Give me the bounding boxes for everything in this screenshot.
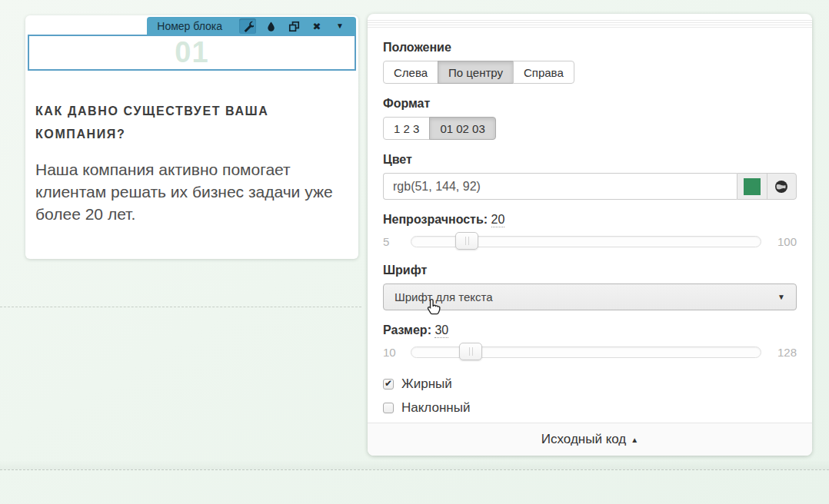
opacity-slider[interactable]	[411, 236, 761, 247]
style-droplet-button[interactable]	[262, 18, 279, 34]
opacity-value[interactable]: 20	[491, 213, 505, 227]
block-paragraph[interactable]: Наша компания активно помогает клиентам …	[35, 158, 348, 225]
bottom-shadow	[0, 460, 829, 469]
position-left-button[interactable]: Слева	[383, 61, 438, 84]
format-123-button[interactable]: 1 2 3	[383, 117, 430, 140]
close-icon: ✖	[313, 22, 321, 32]
color-addon	[737, 173, 797, 200]
size-max-label: 128	[766, 346, 797, 359]
block-menu-button[interactable]: ▼	[331, 18, 348, 34]
size-label: Размер	[383, 323, 428, 337]
color-input[interactable]	[383, 173, 737, 200]
opacity-label: Непрозрачность	[383, 213, 484, 226]
size-min-label: 10	[383, 346, 406, 359]
section-divider-left	[0, 307, 361, 307]
duplicate-button[interactable]	[285, 18, 302, 34]
droplet-icon	[266, 21, 276, 32]
chevron-up-icon: ▲	[631, 436, 638, 444]
color-globe-button[interactable]	[767, 174, 797, 199]
size-value[interactable]: 30	[434, 323, 448, 338]
size-slider-row: 10 128	[383, 343, 797, 361]
source-code-label: Исходный код	[541, 432, 626, 447]
opacity-max-label: 100	[766, 235, 797, 248]
globe-icon	[774, 180, 788, 194]
position-center-button[interactable]: По центру	[438, 61, 514, 84]
settings-panel: Положение Слева По центру Справа Формат …	[368, 14, 812, 456]
opacity-label-row: Непрозрачность: 20	[383, 213, 797, 227]
chevron-down-icon: ▼	[777, 293, 785, 301]
size-slider[interactable]	[411, 346, 761, 358]
position-right-button[interactable]: Справа	[513, 61, 574, 84]
size-slider-handle[interactable]	[459, 343, 482, 360]
chevron-down-icon: ▼	[336, 22, 344, 30]
size-label-row: Размер: 30	[383, 323, 797, 337]
block-toolbar: Номер блока ✖ ▼	[147, 17, 356, 35]
wrench-icon	[242, 21, 254, 32]
settings-wrench-button[interactable]	[239, 18, 256, 34]
block-number-box[interactable]: 01	[28, 35, 356, 71]
opacity-slider-handle[interactable]	[455, 232, 478, 250]
block-toolbar-title: Номер блока	[157, 20, 222, 32]
block-number: 01	[175, 36, 208, 69]
check-icon: ✔	[385, 379, 392, 388]
color-row	[383, 173, 797, 200]
italic-checkbox-row[interactable]: ✔ Наклонный	[383, 401, 797, 414]
block-preview-card: Номер блока ✖ ▼ 01 КАК ДАВНО СУЩЕСТВУЕТ …	[25, 15, 358, 259]
color-label: Цвет	[383, 153, 797, 167]
section-divider-bottom	[0, 469, 829, 470]
bold-checkbox[interactable]: ✔	[383, 379, 394, 390]
italic-checkbox-label: Наклонный	[401, 401, 470, 414]
format-010203-button[interactable]: 01 02 03	[429, 117, 495, 140]
format-label: Формат	[383, 97, 797, 111]
color-swatch-button[interactable]	[737, 174, 767, 199]
position-label: Положение	[383, 41, 797, 55]
bold-checkbox-label: Жирный	[401, 377, 452, 390]
italic-checkbox[interactable]: ✔	[383, 403, 394, 413]
panel-body: Положение Слева По центру Справа Формат …	[368, 41, 812, 414]
font-select-value: Шрифт для текста	[395, 290, 777, 303]
font-select[interactable]: Шрифт для текста ▼	[383, 284, 797, 310]
page-canvas: Номер блока ✖ ▼ 01 КАК ДАВНО СУЩЕСТВУЕТ …	[0, 0, 829, 504]
opacity-slider-row: 5 100	[383, 233, 797, 250]
format-button-group: 1 2 3 01 02 03	[383, 117, 496, 140]
bold-checkbox-row[interactable]: ✔ Жирный	[383, 377, 797, 390]
font-label: Шрифт	[383, 264, 797, 277]
position-button-group: Слева По центру Справа	[383, 61, 574, 84]
delete-block-button[interactable]: ✖	[308, 18, 325, 34]
color-swatch	[744, 178, 761, 195]
source-code-toggle[interactable]: Исходный код ▲	[368, 423, 812, 456]
block-heading[interactable]: КАК ДАВНО СУЩЕСТВУЕТ ВАША КОМПАНИЯ?	[35, 100, 348, 146]
opacity-min-label: 5	[383, 235, 406, 248]
panel-grip-stripes	[368, 18, 812, 28]
copy-icon	[288, 21, 300, 32]
